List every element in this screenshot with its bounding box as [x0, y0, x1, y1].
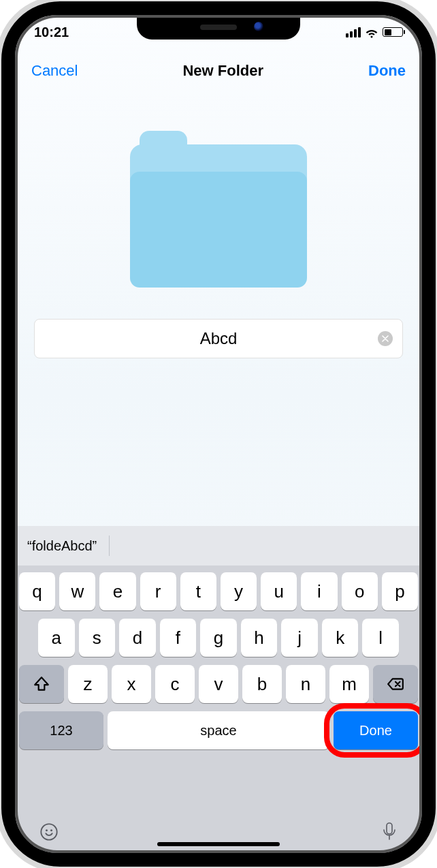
home-indicator[interactable]: [157, 842, 280, 846]
numeric-key[interactable]: 123: [19, 711, 103, 749]
key-z[interactable]: z: [68, 665, 108, 703]
svg-point-2: [50, 829, 52, 831]
dictation-icon[interactable]: [381, 822, 398, 845]
key-r[interactable]: r: [140, 572, 176, 610]
battery-icon: [383, 27, 403, 37]
svg-point-0: [41, 824, 56, 839]
key-y[interactable]: y: [221, 572, 257, 610]
done-button[interactable]: Done: [368, 62, 406, 80]
key-f[interactable]: f: [160, 619, 197, 657]
cancel-button[interactable]: Cancel: [31, 62, 78, 80]
key-n[interactable]: n: [286, 665, 325, 703]
key-l[interactable]: l: [362, 619, 399, 657]
key-h[interactable]: h: [241, 619, 278, 657]
key-i[interactable]: i: [301, 572, 337, 610]
key-w[interactable]: w: [59, 572, 95, 610]
page-title: New Folder: [182, 62, 263, 80]
key-b[interactable]: b: [242, 665, 282, 703]
key-g[interactable]: g: [200, 619, 237, 657]
key-p[interactable]: p: [382, 572, 418, 610]
key-q[interactable]: q: [19, 572, 55, 610]
key-o[interactable]: o: [342, 572, 378, 610]
key-d[interactable]: d: [119, 619, 156, 657]
svg-rect-3: [387, 823, 392, 834]
delete-key[interactable]: [373, 665, 418, 703]
svg-point-1: [46, 829, 48, 831]
key-e[interactable]: e: [99, 572, 135, 610]
suggestion-bar[interactable]: “foldeAbcd”: [15, 526, 422, 565]
suggestion-separator: [109, 536, 110, 556]
key-s[interactable]: s: [79, 619, 116, 657]
key-x[interactable]: x: [112, 665, 151, 703]
shift-key[interactable]: [19, 665, 64, 703]
key-u[interactable]: u: [261, 572, 297, 610]
emoji-icon[interactable]: [39, 822, 59, 844]
keyboard: “foldeAbcd” qwertyuiop asdfghjkl zxcvbnm…: [15, 526, 422, 853]
status-clock: 10:21: [34, 25, 69, 40]
folder-name-value: Abcd: [200, 329, 238, 348]
key-t[interactable]: t: [180, 572, 216, 610]
space-key[interactable]: space: [108, 711, 329, 749]
key-j[interactable]: j: [281, 619, 318, 657]
key-c[interactable]: c: [155, 665, 195, 703]
key-a[interactable]: a: [38, 619, 75, 657]
wifi-icon: [365, 25, 378, 39]
key-k[interactable]: k: [322, 619, 359, 657]
cellular-icon: [346, 27, 361, 37]
suggestion-text: “foldeAbcd”: [27, 538, 97, 554]
folder-name-input[interactable]: Abcd: [34, 319, 403, 358]
keyboard-done-key[interactable]: Done: [334, 711, 418, 749]
clear-icon[interactable]: [378, 331, 393, 346]
key-m[interactable]: m: [329, 665, 369, 703]
nav-bar: Cancel New Folder Done: [15, 59, 422, 83]
folder-icon: [130, 144, 307, 288]
key-v[interactable]: v: [199, 665, 238, 703]
